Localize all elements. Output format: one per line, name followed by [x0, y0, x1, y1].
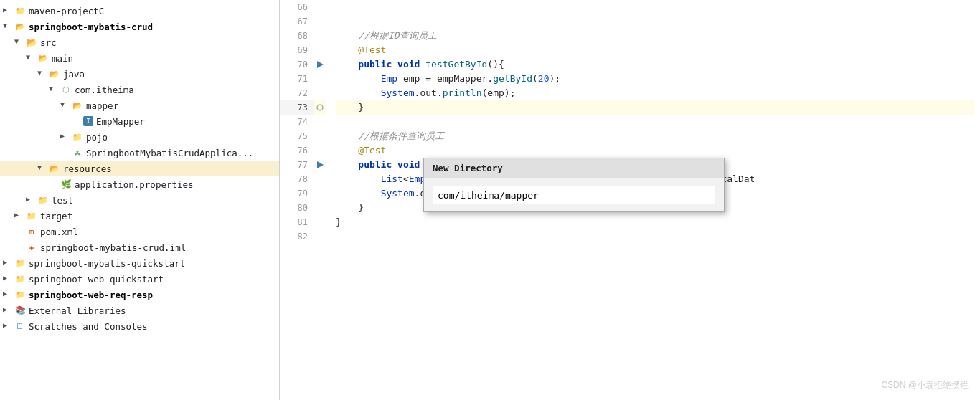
project-tree[interactable]: 📁 maven-projectC 📂 springboot-mybatis-cr…: [0, 0, 280, 400]
line-num-77: 77: [280, 158, 314, 172]
xml-icon: m: [26, 226, 37, 237]
tree-label: springboot-web-quickstart: [29, 274, 164, 285]
tree-item-application-properties[interactable]: 🌿 application.properties: [0, 176, 279, 192]
arrow-icon: [49, 85, 59, 95]
punct-71b: );: [549, 72, 560, 86]
tree-item-external-libraries[interactable]: 📚 External Libraries: [0, 303, 279, 318]
external-libraries-icon: 📚: [14, 305, 26, 316]
tree-item-mapper[interactable]: 📂 mapper: [0, 97, 279, 113]
gutter-81: [314, 215, 326, 229]
arrow-icon: [3, 305, 13, 315]
comment-text-75: //根据条件查询员工: [336, 129, 444, 143]
kw-void-70: void: [397, 57, 420, 72]
code-80: }: [336, 201, 364, 215]
line-num-82: 82: [280, 229, 314, 244]
tree-label: test: [52, 195, 73, 206]
editor-content: 66 67 68 69 70 71 72 73 74 75 76 77 78 7…: [280, 0, 980, 400]
tree-item-src[interactable]: 📂 src: [0, 34, 279, 50]
annotation-76: @Test: [336, 143, 386, 158]
tree-item-EmpMapper[interactable]: I EmpMapper: [0, 113, 279, 129]
code-72: [336, 86, 381, 100]
code-line-76: @Test: [336, 143, 974, 158]
tree-item-test[interactable]: 📁 test: [0, 192, 279, 208]
line-num-67: 67: [280, 14, 314, 29]
tree-label: springboot-mybatis-quickstart: [29, 258, 185, 269]
code-line-72: System.out.println(emp);: [336, 86, 974, 100]
gutter-66: [314, 0, 326, 14]
tree-item-resources[interactable]: 📂 resources: [0, 161, 279, 176]
line-num-70: 70: [280, 57, 314, 72]
code-81: }: [336, 215, 341, 229]
obj-71: empMapper.: [437, 72, 493, 86]
arrow-icon: [3, 290, 13, 300]
tree-item-scratches-consoles[interactable]: 🗒 Scratches and Consoles: [0, 318, 279, 334]
line-num-80: 80: [280, 201, 314, 215]
svg-point-1: [317, 105, 323, 110]
plain-72: .out.: [415, 86, 443, 100]
tree-item-pojo[interactable]: 📁 pojo: [0, 129, 279, 145]
line-num-71: 71: [280, 72, 314, 86]
code-line-67: [336, 14, 974, 29]
src-folder-icon: 📂: [26, 37, 37, 48]
tree-label: Scratches and Consoles: [29, 321, 148, 332]
line-numbers: 66 67 68 69 70 71 72 73 74 75 76 77 78 7…: [280, 0, 314, 400]
sys-79: System: [381, 186, 415, 201]
line-num-79: 79: [280, 186, 314, 201]
arrow-icon: [14, 211, 24, 221]
tree-item-springboot-mybatis-quickstart[interactable]: 📁 springboot-mybatis-quickstart: [0, 255, 279, 271]
tree-item-main[interactable]: 📂 main: [0, 50, 279, 66]
package-icon: ⬡: [60, 84, 72, 95]
punct-72: (emp);: [482, 86, 516, 100]
tree-item-com-itheima[interactable]: ⬡ com.itheima: [0, 82, 279, 97]
interface-icon: I: [83, 116, 93, 126]
arrow-icon: [3, 274, 13, 284]
tree-item-java[interactable]: 📂 java: [0, 66, 279, 82]
code-line-82: [336, 229, 974, 244]
tree-label: springboot-mybatis-crud: [29, 22, 153, 32]
tree-item-target[interactable]: 📁 target: [0, 208, 279, 224]
tree-item-maven-projectC[interactable]: 📁 maven-projectC: [0, 3, 279, 19]
plain-71: emp =: [397, 72, 437, 86]
gutter-73: [314, 100, 326, 115]
code-line-71: Emp emp = empMapper.getById(20);: [336, 72, 974, 86]
gutter-79: [314, 186, 326, 201]
tree-item-pom-xml[interactable]: m pom.xml: [0, 224, 279, 239]
watermark: CSDN @小袁拒绝摆烂: [881, 379, 969, 391]
line-num-66: 66: [280, 0, 314, 14]
plain-77a: [392, 158, 397, 172]
properties-icon: 🌿: [60, 178, 72, 190]
gutter-80: [314, 201, 326, 215]
tree-item-springboot-mybatis-crud[interactable]: 📂 springboot-mybatis-crud: [0, 19, 279, 34]
new-directory-input[interactable]: [433, 186, 715, 204]
folder-icon: 📂: [37, 52, 49, 64]
code-line-70: public void testGetById(){: [336, 57, 974, 72]
tree-item-springboot-web-req-resp[interactable]: 📁 springboot-web-req-resp: [0, 287, 279, 303]
tree-item-iml[interactable]: ◈ springboot-mybatis-crud.iml: [0, 239, 279, 255]
gutter-82: [314, 229, 326, 244]
code-editor: 66 67 68 69 70 71 72 73 74 75 76 77 78 7…: [280, 0, 980, 400]
gutter-70[interactable]: [314, 57, 326, 72]
new-directory-dialog[interactable]: New Directory: [423, 158, 725, 212]
arrow-icon: [3, 258, 13, 268]
punct-78a: <: [403, 172, 409, 186]
gutter-76: [314, 143, 326, 158]
tree-label: main: [52, 53, 73, 64]
arrow-icon: [37, 69, 47, 79]
code-line-73: }: [336, 100, 974, 115]
tree-item-springboot-web-quickstart[interactable]: 📁 springboot-web-quickstart: [0, 271, 279, 287]
arrow-icon: [60, 100, 70, 110]
arrow-icon: [60, 132, 70, 142]
code-line-66: [336, 0, 974, 14]
tree-label: src: [40, 37, 57, 48]
line-num-78: 78: [280, 172, 314, 186]
kw-void-77: void: [397, 158, 420, 172]
iml-icon: ◈: [26, 242, 37, 253]
method-71: getById: [493, 72, 532, 86]
code-79: [336, 186, 381, 201]
gutter-75: [314, 129, 326, 143]
gutter-77[interactable]: [314, 158, 326, 172]
line-num-69: 69: [280, 43, 314, 57]
arrow-icon: [14, 37, 24, 47]
tree-item-spring-app[interactable]: ☘ SpringbootMybatisCrudApplica...: [0, 145, 279, 161]
tree-label: target: [40, 211, 72, 222]
